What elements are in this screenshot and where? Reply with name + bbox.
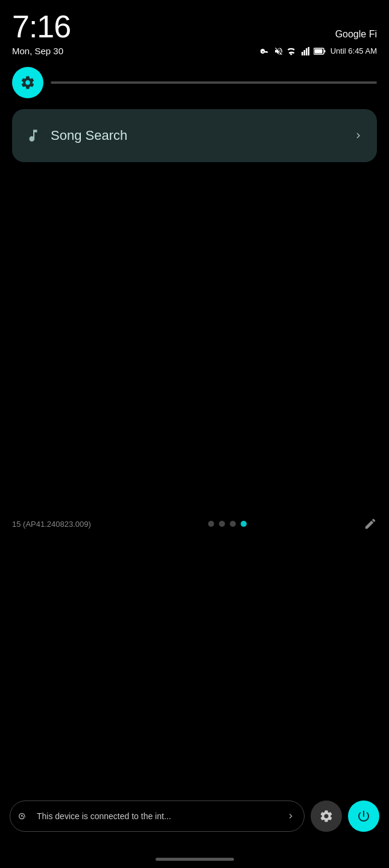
chevron-right-icon: [353, 130, 364, 141]
notification-text: This device is connected to the int...: [37, 811, 279, 821]
page-dot-3: [230, 521, 236, 527]
bottom-gear-button[interactable]: [311, 800, 342, 832]
bottom-bar: This device is connected to the int...: [0, 800, 389, 832]
music-note-icon: [25, 128, 41, 143]
notification-arrow-icon: [286, 811, 296, 821]
signal-icon: [302, 47, 310, 55]
status-date: Mon, Sep 30: [12, 46, 63, 56]
status-icons: Until 6:45 AM: [261, 46, 377, 56]
svg-rect-3: [308, 47, 309, 55]
svg-rect-6: [314, 49, 322, 53]
slider-thumb-button[interactable]: [12, 67, 43, 98]
edit-icon[interactable]: [364, 517, 377, 530]
bottom-power-button[interactable]: [348, 800, 379, 832]
gear-icon: [20, 75, 36, 90]
battery-time: Until 6:45 AM: [330, 46, 377, 55]
status-carrier: Google Fi: [335, 29, 377, 40]
wifi-icon: [287, 47, 298, 55]
svg-rect-2: [306, 48, 308, 55]
page-dot-2: [219, 521, 225, 527]
page-dot-4-active: [241, 521, 247, 527]
battery-icon: [314, 48, 326, 55]
svg-rect-5: [324, 50, 325, 52]
brightness-slider[interactable]: [51, 81, 377, 84]
song-search-label: Song Search: [51, 128, 127, 143]
svg-rect-0: [302, 52, 303, 55]
notification-pill[interactable]: This device is connected to the int...: [10, 800, 305, 832]
build-info: 15 (AP41.240823.009): [12, 520, 91, 529]
svg-rect-1: [303, 50, 305, 55]
mute-icon: [274, 46, 283, 56]
page-dots: [208, 521, 247, 527]
power-icon: [356, 809, 371, 823]
home-indicator: [156, 858, 234, 861]
bottom-gear-icon: [319, 809, 334, 823]
status-time: 7:16: [12, 11, 71, 42]
page-dot-1: [208, 521, 214, 527]
song-search-card[interactable]: Song Search: [12, 109, 377, 162]
status-bar: 7:16 Google Fi: [0, 0, 389, 45]
slider-area[interactable]: [0, 61, 389, 104]
song-search-left: Song Search: [25, 128, 127, 143]
status-row2: Mon, Sep 30: [0, 45, 389, 61]
vpn-key-icon: [261, 48, 270, 55]
notification-key-icon: [19, 812, 30, 820]
page-indicator-area: 15 (AP41.240823.009): [0, 517, 389, 530]
